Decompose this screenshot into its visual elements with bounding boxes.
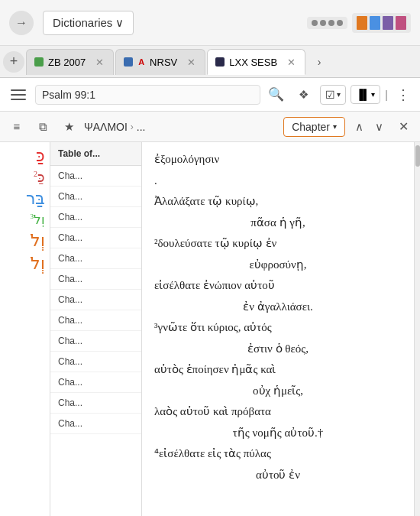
heb-char-6: וְלֹ	[31, 253, 45, 275]
copy-button[interactable]: ⧉	[32, 116, 53, 138]
top-bar: → Dictionaries ∨	[0, 0, 420, 46]
tab-close-zb2007[interactable]: ✕	[93, 56, 105, 68]
toc-item[interactable]: Cha...	[50, 393, 141, 414]
next-chapter-button[interactable]: ∨	[370, 118, 388, 136]
toc-item[interactable]: Cha...	[50, 331, 141, 352]
nav-row: ≡ ⧉ ★ ΨΑΛΜΟΙ › ... Chapter ▾ ∧ ∨ ✕	[0, 112, 420, 142]
book-icon-blue	[370, 16, 380, 30]
toc-list: Cha...Cha...Cha...Cha...Cha...Cha...Cha.…	[50, 166, 141, 434]
layout-button[interactable]: ▐▌ ▾	[351, 85, 380, 104]
tab-indicator-zb2007	[34, 57, 44, 67]
scrollbar[interactable]	[414, 142, 420, 516]
scrollbar-thumb	[415, 145, 420, 167]
heb-char-3: בַּר	[26, 188, 45, 210]
add-tab-button[interactable]: +	[3, 51, 24, 73]
more-options-button[interactable]: ⋮	[393, 84, 414, 105]
breadcrumb-root[interactable]: ΨΑΛΜΟΙ	[84, 121, 128, 133]
tab-label-lxx: LXX SESB	[229, 57, 277, 68]
grid-dot-4	[337, 20, 343, 26]
tab-close-nrsv[interactable]: ✕	[185, 56, 197, 68]
layout-icon: ▐▌	[356, 89, 370, 100]
greek-line: .	[154, 171, 402, 191]
toc-item[interactable]: Cha...	[50, 352, 141, 372]
toolbar-icons	[307, 13, 411, 33]
tab-indicator-lxx	[215, 57, 225, 67]
hamburger-line-3	[11, 99, 26, 100]
nav-arrows: ∧ ∨	[350, 118, 388, 136]
back-button[interactable]: →	[9, 11, 34, 35]
parallel-icon-button[interactable]: ❖	[292, 83, 315, 106]
menu-button[interactable]	[6, 83, 31, 107]
toc-item[interactable]: Cha...	[50, 187, 141, 207]
dictionaries-label: Dictionaries	[53, 16, 112, 29]
breadcrumb-more[interactable]: ...	[137, 121, 146, 133]
book-icon-pink	[396, 16, 406, 30]
greek-line: ⁴εἰσέλθατε εἰς τὰς πύλας	[154, 444, 402, 464]
toc-item[interactable]: Cha...	[50, 166, 141, 187]
grid-dot-3	[328, 20, 334, 26]
toc-item[interactable]: Cha...	[50, 310, 141, 331]
breadcrumb-separator: ›	[131, 122, 134, 132]
hamburger-line-1	[11, 89, 26, 91]
toc-item[interactable]: Cha...	[50, 269, 141, 290]
toc-item[interactable]: Cha...	[50, 290, 141, 310]
chapter-dropdown-icon: ▾	[333, 122, 337, 131]
greek-line: εὐφροσύνῃ,	[154, 255, 402, 275]
nrsv-a-badge: A	[138, 57, 144, 67]
main-content: כַּ כַּ2 בַּר וְלֹ3 וְלֹ וְלֹ Table of..…	[0, 142, 420, 516]
toc-item[interactable]: Cha...	[50, 414, 141, 434]
greek-line: ἐν ἀγαλλιάσει.	[154, 297, 402, 317]
check-icon: ☑	[325, 89, 335, 101]
grid-dot-1	[312, 20, 318, 26]
tab-close-lxx[interactable]: ✕	[285, 56, 297, 68]
prev-chapter-button[interactable]: ∧	[350, 118, 368, 136]
tab-zb2007[interactable]: ZB 2007 ✕	[26, 49, 114, 75]
greek-line: Ἀλαλάξατε τῷ κυρίῳ,	[154, 192, 402, 212]
hebrew-sidebar: כַּ כַּ2 בַּר וְלֹ3 וְלֹ וְלֹ	[0, 142, 50, 516]
greek-line: λαὸς αὐτοῦ καὶ πρόβατα	[154, 402, 402, 422]
align-left-button[interactable]: ≡	[6, 116, 27, 138]
greek-line: οὐχ ἡμεῖς,	[154, 381, 402, 401]
book-icons-group	[352, 13, 411, 33]
heb-char-5: וְלֹ	[31, 230, 45, 252]
greek-line: πᾶσα ἡ γῆ,	[154, 213, 402, 233]
tab-lxx[interactable]: LXX SESB ✕	[207, 49, 305, 75]
toc-item[interactable]: Cha...	[50, 228, 141, 248]
heb-char-1: כַּ	[36, 145, 45, 167]
search-button[interactable]: 🔍	[265, 83, 288, 106]
icon-grid-group	[307, 17, 347, 29]
toc-item[interactable]: Cha...	[50, 248, 141, 269]
heb-char-4: וְלֹ3	[31, 212, 46, 229]
sync-scroll-button[interactable]: ☑ ▾	[320, 85, 346, 105]
greek-text-panel[interactable]: ἐξομολόγησιν.Ἀλαλάξατε τῷ κυρίῳ,πᾶσα ἡ γ…	[142, 142, 414, 516]
chapter-label: Chapter	[292, 121, 330, 133]
greek-line: ἐξομολόγησιν	[154, 150, 402, 170]
dictionaries-button[interactable]: Dictionaries ∨	[43, 11, 134, 35]
close-button[interactable]: ✕	[393, 116, 414, 138]
cursor-icon: |	[385, 89, 388, 101]
toc-item[interactable]: Cha...	[50, 372, 141, 393]
reference-input[interactable]	[35, 85, 260, 105]
greek-line: ²δουλεύσατε τῷ κυρίῳ ἐν	[154, 234, 402, 254]
greek-line: αὐτοῦ ἐν	[154, 466, 402, 485]
greek-line: τῆς νομῆς αὐτοῦ.†	[154, 424, 402, 443]
toc-item[interactable]: Cha...	[50, 207, 141, 228]
book-icon-purple	[383, 16, 393, 30]
layout-chevron: ▾	[371, 90, 375, 99]
hamburger-line-2	[11, 94, 26, 96]
greek-content: ἐξομολόγησιν.Ἀλαλάξατε τῷ κυρίῳ,πᾶσα ἡ γ…	[154, 150, 402, 485]
toc-panel: Table of... Cha...Cha...Cha...Cha...Cha.…	[50, 142, 142, 516]
tab-indicator-nrsv	[124, 57, 133, 67]
chevron-down-icon: ∨	[115, 16, 124, 30]
greek-line: αὐτὸς ἐποίησεν ἡμᾶς καὶ	[154, 360, 402, 380]
breadcrumb: ΨΑΛΜΟΙ › ...	[84, 121, 279, 133]
greek-line: εἰσέλθατε ἐνώπιον αὐτοῦ	[154, 276, 402, 296]
grid-dot-2	[320, 20, 326, 26]
more-tabs-button[interactable]: ›	[310, 53, 328, 71]
book-icon-orange	[357, 16, 367, 30]
chapter-button[interactable]: Chapter ▾	[283, 117, 345, 137]
bookmark-button[interactable]: ★	[58, 116, 79, 138]
tab-nrsv[interactable]: A NRSV ✕	[115, 49, 205, 75]
heb-char-2: כַּ2	[34, 169, 45, 187]
tab-label-zb2007: ZB 2007	[48, 57, 86, 68]
